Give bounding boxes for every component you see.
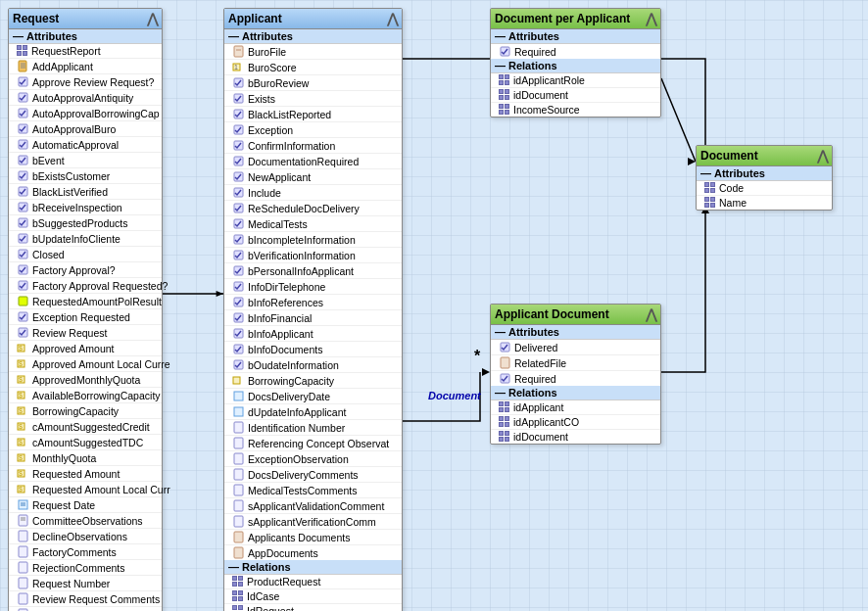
asterisk-label: * <box>474 348 480 365</box>
applicant-expand-icon[interactable]: ⋀ <box>387 11 398 26</box>
list-item: Exception Requested <box>9 309 162 325</box>
list-item: Factory Approval Requested? <box>9 278 162 294</box>
svg-rect-47 <box>19 531 27 541</box>
list-item: Delivered <box>491 340 660 355</box>
dpa-title: Document per Applicant <box>495 12 630 25</box>
svg-text:$: $ <box>19 454 23 461</box>
list-item: bInfoFinancial <box>224 310 402 326</box>
svg-rect-84 <box>234 469 243 480</box>
svg-text:$: $ <box>19 486 23 493</box>
list-item: Request Date <box>9 497 162 513</box>
list-item: Authorization Comments <box>9 607 162 611</box>
list-item: AppDocuments <box>224 545 402 560</box>
svg-rect-55 <box>234 46 243 57</box>
svg-rect-88 <box>234 532 243 542</box>
list-item: AutoApprovalAntiquity <box>9 90 162 106</box>
list-item: Factory Approval? <box>9 262 162 278</box>
appdoc-expand-icon[interactable]: ⋀ <box>646 306 656 322</box>
dpa-expand-icon[interactable]: ⋀ <box>646 11 656 26</box>
document-relation-label: Document <box>428 390 481 401</box>
list-item: idApplicantCO <box>491 415 660 430</box>
appdoc-attributes-header: — Attributes <box>491 325 660 340</box>
applicant-attributes-label: Attributes <box>242 30 293 42</box>
svg-text:1: 1 <box>234 64 238 70</box>
appdoc-title: Applicant Document <box>495 307 609 321</box>
list-item: bUpdateInfoCliente <box>9 231 162 247</box>
list-item: sApplicantValidationComment <box>224 498 402 514</box>
list-item: Required <box>491 371 660 386</box>
applicant-relations-list: ProductRequest IdCase IdRequest IdCustom… <box>224 575 402 611</box>
list-item: $cAmountSuggestedTDC <box>9 435 162 450</box>
svg-text:$: $ <box>19 423 23 430</box>
svg-rect-18 <box>19 297 27 306</box>
list-item: FactoryComments <box>9 544 162 560</box>
list-item: bBuroReview <box>224 75 402 91</box>
list-item: Exists <box>224 91 402 107</box>
list-item: BlackListVerified <box>9 184 162 200</box>
appdoc-header: Applicant Document ⋀ <box>491 305 660 325</box>
document-attributes-header: — Attributes <box>697 166 832 181</box>
list-item: Referencing Concept Observat <box>224 436 402 451</box>
request-attributes-list: RequestReport AddApplicant Approve Revie… <box>9 44 162 611</box>
svg-text:$: $ <box>19 392 23 399</box>
list-item: $BorrowingCapacity <box>9 403 162 419</box>
svg-rect-85 <box>234 485 243 495</box>
list-item: 1BuroScore <box>224 60 402 75</box>
list-item: bInfoApplicant <box>224 326 402 342</box>
dpa-relations-header: — Relations <box>491 59 660 73</box>
list-item: $Requested Amount <box>9 466 162 482</box>
svg-text:$: $ <box>19 439 23 446</box>
list-item: Request Number <box>9 576 162 591</box>
dpa-header: Document per Applicant ⋀ <box>491 9 660 29</box>
appdoc-relations-label: Relations <box>508 387 557 399</box>
list-item: ExceptionObservation <box>224 451 402 467</box>
svg-text:$: $ <box>19 376 23 383</box>
request-title: Request <box>13 12 59 25</box>
list-item: IdRequest <box>224 604 402 611</box>
list-item: IncomeSource <box>491 103 660 117</box>
svg-rect-81 <box>234 422 243 433</box>
list-item: Identification Number <box>224 420 402 436</box>
list-item: RejectionComments <box>9 560 162 576</box>
list-item: idDocument <box>491 88 660 103</box>
list-item: BorrowingCapacity <box>224 373 402 389</box>
dpa-attributes-header: — Attributes <box>491 29 660 44</box>
appdoc-attributes-list: Delivered RelatedFile Required <box>491 340 660 386</box>
appdoc-attributes-label: Attributes <box>508 326 559 338</box>
applicant-relations-label: Relations <box>242 561 291 573</box>
list-item: bInfoDocuments <box>224 342 402 357</box>
dpa-attributes-list: Required <box>491 44 660 59</box>
list-item: dUpdateInfoApplicant <box>224 404 402 420</box>
list-item: bVerificationInformation <box>224 248 402 263</box>
list-item: $cAmountSuggestedCredit <box>9 419 162 435</box>
entity-applicant-document: Applicant Document ⋀ — Attributes Delive… <box>490 304 661 445</box>
request-expand-icon[interactable]: ⋀ <box>147 11 158 26</box>
list-item: NewApplicant <box>224 169 402 185</box>
entity-applicant: Applicant ⋀ — Attributes BuroFile 1BuroS… <box>223 8 403 611</box>
svg-rect-89 <box>234 547 243 558</box>
applicant-title: Applicant <box>228 12 282 25</box>
list-item: Code <box>697 181 832 196</box>
document-expand-icon[interactable]: ⋀ <box>817 148 828 164</box>
svg-text:$: $ <box>19 360 23 367</box>
svg-rect-82 <box>234 438 243 448</box>
list-item: bSuggestedProducts <box>9 215 162 231</box>
svg-rect-49 <box>19 562 27 573</box>
list-item: RelatedFile <box>491 355 660 371</box>
list-item: bEvent <box>9 153 162 168</box>
svg-text:$: $ <box>19 407 23 414</box>
entity-document-per-applicant: Document per Applicant ⋀ — Attributes Re… <box>490 8 661 118</box>
svg-rect-50 <box>19 578 27 588</box>
list-item: BuroFile <box>224 44 402 60</box>
dpa-attributes-label: Attributes <box>508 30 559 42</box>
list-item: Name <box>697 196 832 210</box>
list-item: bOudateInformation <box>224 357 402 373</box>
dpa-relations-list: idApplicantRole idDocument IncomeSource <box>491 73 660 117</box>
svg-rect-78 <box>233 377 240 384</box>
list-item: bInfoReferences <box>224 295 402 310</box>
list-item: $Requested Amount Local Curr <box>9 482 162 497</box>
list-item: idDocument <box>491 430 660 444</box>
list-item: Closed <box>9 247 162 262</box>
list-item: bExistsCustomer <box>9 168 162 184</box>
list-item: AutomaticApproval <box>9 137 162 153</box>
